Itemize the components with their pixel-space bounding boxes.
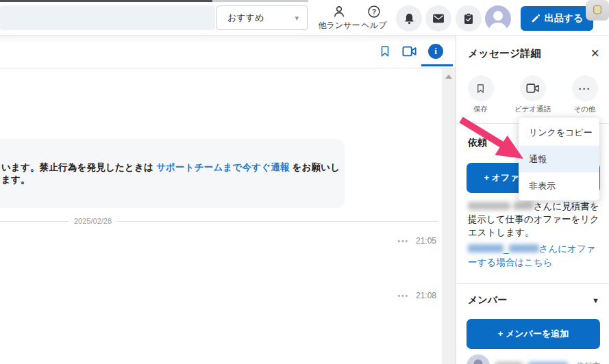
request-section-heading: 依頼 xyxy=(468,137,487,149)
nav-help-label: ヘルプ xyxy=(362,20,387,31)
menu-item-report[interactable]: 通報 xyxy=(519,146,599,172)
conversation-header: i xyxy=(0,36,456,68)
save-button[interactable]: 保存 xyxy=(464,75,497,114)
clipboard-check-icon xyxy=(462,12,475,25)
panel-header: メッセージ詳細 × xyxy=(456,36,609,71)
chevron-down-icon: ▾ xyxy=(295,14,299,23)
more-options-button-label: その他 xyxy=(574,105,596,114)
panel-divider xyxy=(456,283,609,284)
panel-title: メッセージ詳細 xyxy=(468,47,540,60)
person-icon xyxy=(332,5,346,18)
offer-description-text: さんに見積書を提示して仕事のオファーをリクエストします。 xyxy=(468,200,601,239)
notifications-button[interactable] xyxy=(396,5,422,31)
message-more-button[interactable]: ••• xyxy=(397,292,409,300)
browser-extension-widget[interactable] xyxy=(586,0,609,21)
conversation-area: i います。禁止行為を発見したときは サポートチームまで今すぐ通報 をお願いしま… xyxy=(0,36,456,364)
notice-text: います。禁止行為を発見したときは サポートチームまで今すぐ通報 をお願いします。 xyxy=(0,161,345,186)
info-icon: i xyxy=(428,44,443,59)
tasks-button[interactable] xyxy=(456,5,482,31)
message-more-button[interactable]: ••• xyxy=(397,237,409,245)
member-role-label: 依頼主 xyxy=(576,361,601,364)
sort-dropdown-value: おすすめ xyxy=(227,12,264,24)
more-icon: ··· xyxy=(572,75,598,101)
message-row: ••• 21:05 xyxy=(397,236,436,246)
video-camera-icon xyxy=(526,83,540,94)
report-support-link[interactable]: サポートチームまで今すぐ通報 xyxy=(156,162,290,172)
publish-button[interactable]: 出品する xyxy=(521,6,593,31)
members-heading: メンバー xyxy=(468,294,507,307)
video-camera-icon xyxy=(402,45,417,57)
top-edge-strip-light xyxy=(212,0,308,2)
notice-text-prefix: います。禁止行為を発見したときは xyxy=(1,162,156,172)
add-member-button[interactable]: + メンバーを追加 xyxy=(467,319,600,349)
video-call-button-label: ビデオ通話 xyxy=(514,105,551,114)
date-divider: 2025/02/28 xyxy=(0,216,438,226)
bookmark-icon xyxy=(475,83,486,94)
top-edge-strip xyxy=(0,0,212,2)
message-details-toggle-button[interactable]: i xyxy=(428,44,443,59)
redacted-username xyxy=(513,202,534,210)
message-timestamp: 21:05 xyxy=(416,236,436,246)
nav-help[interactable]: ? ヘルプ xyxy=(352,5,396,31)
avatar-silhouette-icon xyxy=(485,5,511,31)
members-section-toggle[interactable]: メンバー ▼ xyxy=(468,294,599,307)
user-avatar[interactable] xyxy=(485,5,511,31)
video-call-header-button[interactable] xyxy=(402,45,417,57)
member-avatar-icon xyxy=(467,354,490,364)
offer-here-link[interactable]: _さんにオファーする場合はこちら xyxy=(468,242,601,269)
redacted-username xyxy=(468,244,504,252)
date-divider-label: 2025/02/28 xyxy=(69,217,117,225)
message-timestamp: 21:08 xyxy=(416,291,436,300)
chevron-down-icon: ▼ xyxy=(592,296,599,304)
publish-button-label: 出品する xyxy=(545,12,584,25)
more-options-button[interactable]: ··· その他 xyxy=(569,75,601,114)
scrollbar-track[interactable] xyxy=(442,68,456,364)
menu-item-hide[interactable]: 非表示 xyxy=(519,172,599,199)
video-call-button[interactable]: ビデオ通話 xyxy=(517,75,549,114)
bookmark-conversation-button[interactable] xyxy=(379,44,391,58)
help-icon: ? xyxy=(367,5,381,18)
active-tab-underline xyxy=(421,64,453,66)
prohibited-acts-notice: います。禁止行為を発見したときは サポートチームまで今すぐ通報 をお願いします。 xyxy=(0,139,345,208)
member-list-item[interactable]: 依頼主 xyxy=(467,354,601,364)
top-bar: おすすめ ▾ 他ランサー ? ヘルプ xyxy=(0,0,609,36)
save-button-label: 保存 xyxy=(473,105,488,114)
messaging-app: おすすめ ▾ 他ランサー ? ヘルプ xyxy=(0,0,609,364)
username-separator: _ xyxy=(504,244,509,254)
panel-action-buttons: 保存 ビデオ通話 ··· その他 xyxy=(456,75,609,114)
redacted-username xyxy=(509,244,539,252)
messages-button[interactable] xyxy=(425,5,451,31)
sort-dropdown[interactable]: おすすめ ▾ xyxy=(216,5,308,30)
scroll-up-arrow-icon[interactable] xyxy=(445,75,452,79)
more-options-context-menu: リンクをコピー 通報 非表示 xyxy=(519,118,599,200)
close-icon[interactable]: × xyxy=(591,46,599,61)
menu-item-copy-link[interactable]: リンクをコピー xyxy=(519,119,599,146)
bell-icon xyxy=(403,12,416,25)
pencil-icon xyxy=(531,14,540,23)
svg-text:?: ? xyxy=(372,8,376,16)
message-row: ••• 21:08 xyxy=(397,291,436,300)
bookmark-icon xyxy=(379,44,391,58)
mail-icon xyxy=(432,12,445,25)
search-input[interactable] xyxy=(0,5,215,30)
redacted-username xyxy=(468,202,510,210)
coin-stack-icon xyxy=(591,4,604,16)
